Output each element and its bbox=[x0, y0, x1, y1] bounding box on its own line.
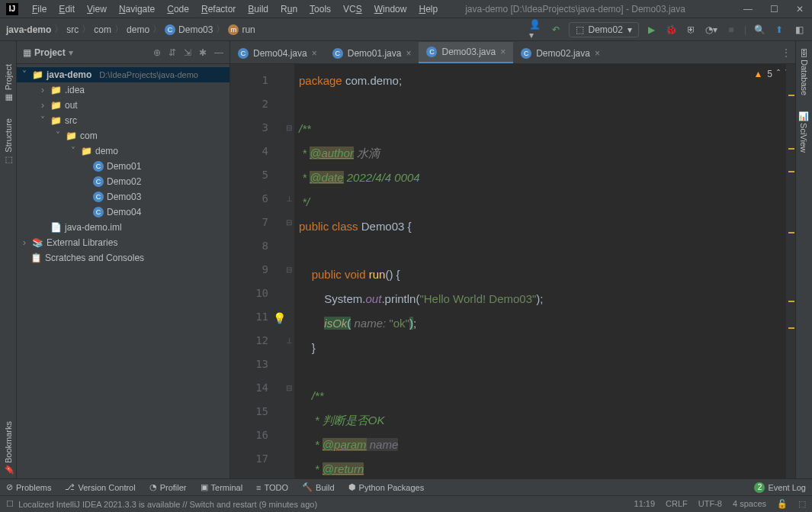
tree-idea[interactable]: ›📁.idea bbox=[17, 82, 229, 98]
stop-button[interactable]: ■ bbox=[724, 23, 738, 37]
menu-tools[interactable]: Tools bbox=[305, 2, 335, 16]
close-icon[interactable]: × bbox=[406, 48, 411, 59]
class-icon: C bbox=[165, 24, 175, 35]
code-content[interactable]: package com.demo; /** * @author 水滴 * @da… bbox=[294, 64, 786, 478]
app-logo: IJ bbox=[6, 3, 18, 15]
line-sep[interactable]: CRLF bbox=[666, 499, 688, 509]
back-arrow-icon[interactable]: ↶ bbox=[549, 23, 563, 37]
rail-structure[interactable]: ⬚ Structure bbox=[3, 118, 13, 166]
crumb-com[interactable]: com bbox=[94, 24, 111, 35]
menu-window[interactable]: Window bbox=[370, 2, 412, 16]
readonly-icon[interactable]: 🔓 bbox=[777, 499, 788, 509]
editor: CDemo04.java× CDemo01.java× CDemo03.java… bbox=[230, 41, 795, 478]
status-bar: ☐ Localized IntelliJ IDEA 2021.3.3 is av… bbox=[0, 495, 812, 512]
tree-file-demo04[interactable]: CDemo04 bbox=[17, 204, 229, 220]
rail-database[interactable]: 🗄 Database bbox=[800, 49, 809, 95]
project-panel: ▦ Project ▾ ⊕ ⇵ ⇲ ✱ — ˅📁java-demoD:\Idea… bbox=[17, 41, 230, 478]
minimize-button[interactable]: — bbox=[742, 4, 754, 14]
crumb-project[interactable]: java-demo bbox=[6, 24, 51, 35]
close-button[interactable]: ✕ bbox=[794, 4, 806, 14]
menu-file[interactable]: File bbox=[27, 2, 51, 16]
tab-more-icon[interactable]: ⋮ bbox=[782, 47, 791, 58]
tree-out[interactable]: ›📁out bbox=[17, 98, 229, 113]
tree-file-demo03[interactable]: CDemo03 bbox=[17, 189, 229, 204]
close-icon[interactable]: × bbox=[312, 48, 317, 59]
run-button[interactable]: ▶ bbox=[645, 23, 659, 37]
menu-view[interactable]: View bbox=[82, 2, 111, 16]
tree-root[interactable]: ˅📁java-demoD:\IdeaProjects\java-demo bbox=[17, 67, 229, 82]
vcs-button[interactable]: ⎇ Version Control bbox=[65, 482, 135, 492]
terminal-button[interactable]: ▣ Terminal bbox=[201, 482, 243, 492]
tree-demo[interactable]: ˅📁demo bbox=[17, 143, 229, 159]
bottom-toolbar: ⊘ Problems ⎇ Version Control ◔ Profiler … bbox=[0, 478, 812, 495]
locate-icon[interactable]: ⊕ bbox=[153, 47, 161, 58]
tree-com[interactable]: ˅📁com bbox=[17, 128, 229, 143]
menu-help[interactable]: Help bbox=[414, 2, 442, 16]
close-icon[interactable]: × bbox=[595, 48, 600, 59]
method-icon: m bbox=[228, 24, 239, 35]
intention-bulb-icon[interactable]: 💡 bbox=[273, 312, 286, 324]
expand-icon[interactable]: ⇵ bbox=[168, 47, 176, 58]
tree-iml[interactable]: 📄java-demo.iml bbox=[17, 220, 229, 235]
profile-button[interactable]: ◔▾ bbox=[704, 23, 718, 37]
add-user-icon[interactable]: 👤▾ bbox=[529, 23, 543, 37]
collapse-icon[interactable]: ⇲ bbox=[184, 47, 191, 58]
event-log-button[interactable]: 2 Event Log bbox=[754, 482, 806, 493]
build-button[interactable]: 🔨 Build bbox=[302, 482, 334, 492]
status-message[interactable]: Localized IntelliJ IDEA 2021.3.3 is avai… bbox=[18, 500, 634, 509]
profiler-button[interactable]: ◔ Profiler bbox=[149, 482, 187, 492]
tab-demo02[interactable]: CDemo02.java× bbox=[513, 43, 608, 63]
maximize-button[interactable]: ☐ bbox=[768, 4, 780, 14]
status-icon[interactable]: ☐ bbox=[6, 499, 14, 509]
menu-run[interactable]: Run bbox=[276, 2, 302, 16]
caret-position[interactable]: 11:19 bbox=[634, 499, 656, 509]
tab-demo01[interactable]: CDemo01.java× bbox=[325, 43, 419, 63]
memory-icon[interactable]: ⬚ bbox=[798, 499, 806, 509]
tree-scratches[interactable]: 📋Scratches and Consoles bbox=[17, 250, 229, 266]
menu-build[interactable]: Build bbox=[243, 2, 273, 16]
breadcrumb: java-demo〉 src〉 com〉 demo〉 C Demo03〉 m r… bbox=[6, 23, 529, 36]
python-packages-button[interactable]: ⬢ Python Packages bbox=[348, 482, 425, 492]
rail-sciview[interactable]: 📊 SciView bbox=[799, 111, 809, 153]
problems-button[interactable]: ⊘ Problems bbox=[6, 482, 51, 492]
hide-icon[interactable]: — bbox=[214, 47, 223, 58]
tree-file-demo02[interactable]: CDemo02 bbox=[17, 174, 229, 189]
tree-external[interactable]: ›📚External Libraries bbox=[17, 235, 229, 250]
project-title[interactable]: Project bbox=[34, 47, 66, 58]
error-stripe[interactable] bbox=[786, 64, 795, 478]
fold-column: ⊟⊥ ⊟⊟⊥ ⊟ bbox=[284, 64, 294, 478]
window-title: java-demo [D:\IdeaProjects\java-demo] - … bbox=[442, 4, 742, 14]
menu-edit[interactable]: Edit bbox=[54, 2, 79, 16]
search-icon[interactable]: 🔍 bbox=[753, 23, 766, 37]
coverage-button[interactable]: ⛨ bbox=[685, 23, 698, 37]
settings-icon[interactable]: ✱ bbox=[199, 47, 207, 58]
crumb-demo[interactable]: demo bbox=[127, 24, 149, 35]
ide-features-icon[interactable]: ◧ bbox=[792, 23, 806, 37]
title-bar: IJ File Edit View Navigate Code Refactor… bbox=[0, 0, 812, 18]
line-gutter: 123456789101112131415161718 bbox=[230, 64, 284, 478]
menu-navigate[interactable]: Navigate bbox=[114, 2, 159, 16]
toolbar: 👤▾ ↶ ⬚ Demo02 ▾ ▶ 🐞 ⛨ ◔▾ ■ | 🔍 ⬆ ◧ bbox=[529, 22, 806, 37]
tab-demo04[interactable]: CDemo04.java× bbox=[230, 43, 325, 63]
tree-file-demo01[interactable]: CDemo01 bbox=[17, 159, 229, 174]
crumb-src[interactable]: src bbox=[66, 24, 79, 35]
menu-vcs[interactable]: VCS bbox=[339, 2, 367, 16]
close-icon[interactable]: × bbox=[500, 47, 505, 57]
editor-tabs: CDemo04.java× CDemo01.java× CDemo03.java… bbox=[230, 41, 795, 64]
tab-demo03[interactable]: CDemo03.java× bbox=[419, 42, 513, 63]
tree-src[interactable]: ˅📁src bbox=[17, 113, 229, 128]
menu-code[interactable]: Code bbox=[162, 2, 194, 16]
run-config-selector[interactable]: ⬚ Demo02 ▾ bbox=[569, 22, 639, 37]
rail-bookmarks[interactable]: 🔖 Bookmarks bbox=[0, 418, 16, 478]
inspection-indicator[interactable]: ▲5 ˆ ˅ bbox=[753, 69, 789, 79]
debug-button[interactable]: 🐞 bbox=[665, 23, 679, 37]
project-view-icon: ▦ bbox=[23, 47, 31, 58]
indent[interactable]: 4 spaces bbox=[733, 499, 766, 509]
rail-project[interactable]: ▦ Project bbox=[3, 64, 13, 103]
todo-button[interactable]: ≡ TODO bbox=[256, 483, 288, 492]
crumb-method[interactable]: run bbox=[242, 24, 255, 35]
crumb-class[interactable]: Demo03 bbox=[178, 24, 213, 35]
menu-refactor[interactable]: Refactor bbox=[197, 2, 240, 16]
encoding[interactable]: UTF-8 bbox=[698, 499, 722, 509]
update-icon[interactable]: ⬆ bbox=[772, 23, 786, 37]
